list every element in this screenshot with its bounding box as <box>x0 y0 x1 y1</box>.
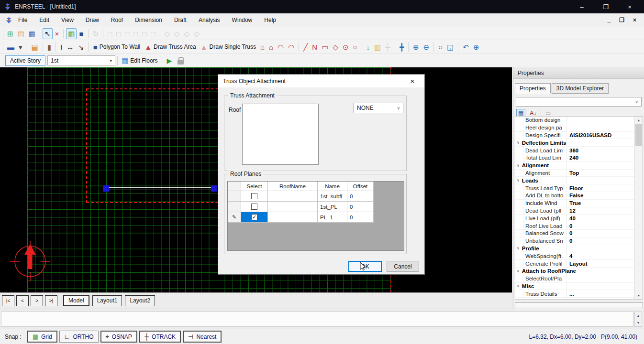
draw-rectangle-icon[interactable]: ▭ <box>320 42 330 53</box>
draw-wall-icon[interactable]: ▤ <box>30 42 40 53</box>
insert-beam-icon[interactable]: ▬ <box>5 42 16 53</box>
truss-grip-right[interactable] <box>211 185 217 192</box>
property-category-row[interactable]: ∨ Attach to Roof/Plane <box>515 268 634 275</box>
zoom-extents-icon[interactable]: ◱ <box>445 42 455 53</box>
draw-circle-icon[interactable]: ⊙ <box>341 42 351 53</box>
view-right-icon[interactable]: □ <box>132 28 140 39</box>
truss-grip-left[interactable] <box>103 185 109 192</box>
save-icon[interactable]: ▦ <box>27 28 37 39</box>
view-iso-sw-icon[interactable]: ◇ <box>163 28 172 39</box>
snap-osnap-button[interactable]: ⌖ OSNAP <box>100 331 137 343</box>
dialog-close-icon[interactable]: × <box>405 77 420 85</box>
scroll-up-icon[interactable]: ▲ <box>635 312 642 319</box>
roofname-cell[interactable] <box>268 202 318 212</box>
active-story-button[interactable]: Active Story <box>5 55 45 66</box>
property-row[interactable]: Roof Live Load 0 <box>515 222 634 230</box>
draw-truss-area-icon[interactable]: ▲ Draw Truss Area <box>143 42 198 53</box>
view-top-icon[interactable]: □ <box>140 28 148 39</box>
name-cell[interactable]: 1st_PL <box>318 202 347 212</box>
move-icon[interactable]: ┼ <box>383 42 392 53</box>
roof-gable-icon[interactable]: ⌂ <box>258 42 266 53</box>
property-row[interactable]: Add DL to botto False <box>515 192 634 200</box>
sheet-prev-button[interactable]: < <box>16 295 29 306</box>
restore-button[interactable]: ❐ <box>602 3 610 11</box>
view-iso-ne-icon[interactable]: ◇ <box>182 28 192 39</box>
menu-draw[interactable]: Draw <box>80 14 105 26</box>
story-select[interactable]: 1st ▾ <box>47 55 115 65</box>
property-row[interactable]: Balanced Snow 0 <box>515 230 634 237</box>
close-button[interactable]: × <box>626 3 633 11</box>
property-row[interactable]: Alignment Top <box>515 170 634 177</box>
zoom-realtime-icon[interactable]: ⊕ <box>471 42 481 53</box>
child-close-button[interactable]: × <box>633 17 636 23</box>
offset-cell[interactable]: 0 <box>347 202 374 212</box>
run-analysis-icon[interactable]: ▶ <box>164 57 175 64</box>
tab-3d-model-explorer[interactable]: 3D Model Explorer <box>552 83 609 94</box>
property-row[interactable]: Include Wind True <box>515 200 634 207</box>
property-row[interactable]: Truss Details ... <box>515 290 634 298</box>
property-category-row[interactable]: ∨ Alignment <box>515 162 634 170</box>
truss-member[interactable] <box>106 187 214 190</box>
property-row[interactable]: Bottom design <box>515 117 634 124</box>
minimize-button[interactable]: – <box>578 3 586 11</box>
property-category-row[interactable]: ∨ Misc <box>515 283 634 290</box>
select-cursor-icon[interactable]: ↖ <box>43 28 53 39</box>
snap-grid-button[interactable]: ▦ Grid <box>27 331 57 343</box>
name-cell[interactable]: PL_1 <box>318 212 347 223</box>
roof-arch-edit-icon[interactable]: ◠ <box>286 42 296 53</box>
polygon-to-wall-icon[interactable]: ■ Polygon To Wall <box>91 42 142 53</box>
import-model-icon[interactable]: ↓ <box>365 42 372 53</box>
roof-listbox[interactable] <box>242 104 319 165</box>
menu-draft[interactable]: Draft <box>168 14 192 26</box>
snap-nearest-button[interactable]: ⊣ Nearest <box>183 331 222 343</box>
zoom-in-icon[interactable]: ⊕ <box>411 42 421 53</box>
draw-line-icon[interactable]: ╱ <box>301 42 310 53</box>
scrollbar-thumb[interactable] <box>635 124 642 146</box>
property-row[interactable]: Generate Profil Layout <box>515 260 634 268</box>
rotate-view-icon[interactable]: ↻ <box>91 28 101 39</box>
draw-polyline-icon[interactable]: N <box>310 42 319 53</box>
scroll-down-icon[interactable]: ▼ <box>635 319 642 326</box>
menu-view[interactable]: View <box>56 14 79 26</box>
property-row[interactable]: Heel design pa <box>515 124 634 132</box>
snap-otrack-button[interactable]: ┼ OTRACK <box>139 331 181 343</box>
property-row[interactable]: WebSpacing(ft. 4 <box>515 252 634 260</box>
draw-ellipse-icon[interactable]: ○ <box>351 42 359 53</box>
tab-layout1[interactable]: Layout1 <box>92 295 122 306</box>
property-row[interactable]: Unbalanced Sn 0 <box>515 237 634 245</box>
roof-hip-icon[interactable]: ⌂ <box>267 42 275 53</box>
dialog-title-bar[interactable]: Truss Object Attachment × <box>218 75 424 87</box>
delete-icon[interactable]: × <box>53 28 61 39</box>
cancel-button[interactable]: Cancel <box>387 261 419 272</box>
roof-arch-icon[interactable]: ◠ <box>276 42 286 53</box>
zoom-out-icon[interactable]: ⊖ <box>421 42 431 53</box>
draw-single-truss-icon[interactable]: ▲ Draw Single Truss <box>199 42 258 53</box>
property-category-row[interactable]: ∨ Profile <box>515 245 634 253</box>
sheet-first-button[interactable]: |< <box>2 295 14 306</box>
property-category-row[interactable]: ∨ Deflection Limits <box>515 139 634 147</box>
scroll-down-icon[interactable]: ▼ <box>635 292 643 299</box>
name-cell[interactable]: 1st_subfl <box>318 191 347 202</box>
dimension-leader-icon[interactable]: ↘ <box>76 42 86 53</box>
panel-header[interactable]: Properties <box>513 67 644 79</box>
zoom-window-icon[interactable]: ○ <box>436 42 444 53</box>
object-selector[interactable]: ∨ <box>516 97 642 107</box>
grid-toggle-icon[interactable]: ▦ <box>66 28 77 39</box>
select-checkbox[interactable]: ✓ <box>251 214 257 220</box>
menu-edit[interactable]: Edit <box>33 14 55 26</box>
export-model-icon[interactable]: ▥ <box>372 42 383 53</box>
offset-cell[interactable]: 0 <box>347 212 374 223</box>
menu-help[interactable]: Help <box>258 14 282 26</box>
open-file-icon[interactable]: ▤ <box>16 28 26 39</box>
property-row[interactable]: Dead Load Lim 360 <box>515 147 634 154</box>
roofname-cell[interactable] <box>268 191 318 202</box>
pan-icon[interactable]: ╋ <box>398 42 406 53</box>
draw-polygon-icon[interactable]: ◇ <box>331 42 340 53</box>
snap-ortho-button[interactable]: ∟ ORTHO <box>59 331 99 343</box>
menu-dimension[interactable]: Dimension <box>129 14 168 26</box>
property-row[interactable]: Design Specifi AISI2016USASD <box>515 132 634 140</box>
offset-cell[interactable]: 0 <box>347 191 374 202</box>
menu-file[interactable]: File <box>12 14 33 26</box>
new-file-icon[interactable]: ⊞ <box>5 28 15 39</box>
property-row[interactable]: Dead Load (plf 12 <box>515 207 634 215</box>
